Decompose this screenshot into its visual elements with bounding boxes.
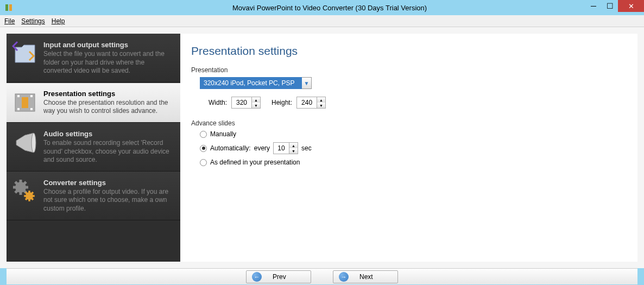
chevron-down-icon[interactable]: ▼ bbox=[302, 77, 312, 89]
next-button[interactable]: → Next bbox=[333, 270, 398, 283]
next-label: Next bbox=[359, 273, 373, 281]
every-label: every bbox=[254, 144, 270, 152]
minimize-button[interactable]: ─ bbox=[585, 0, 602, 12]
height-label: Height: bbox=[272, 99, 292, 106]
folder-icon bbox=[12, 41, 38, 67]
menu-settings[interactable]: Settings bbox=[21, 17, 45, 25]
auto-interval: every ▲ ▼ sec bbox=[254, 142, 312, 154]
sec-label: sec bbox=[301, 144, 312, 152]
content-panel: Presentation settings Presentation 320x2… bbox=[180, 34, 637, 262]
svg-rect-7 bbox=[22, 97, 28, 108]
sidebar-desc: Select the file you want to convert and … bbox=[43, 50, 175, 75]
window-controls: ─ ☐ ✕ bbox=[585, 0, 644, 12]
spinner-buttons: ▲ ▼ bbox=[252, 97, 261, 109]
sidebar-title: Presentation settings bbox=[43, 90, 175, 98]
sidebar-text: Audio settings To enable sound recording… bbox=[43, 130, 175, 164]
preset-value: 320x240 iPod, Pocket PC, PSP bbox=[200, 77, 302, 89]
spinner-buttons: ▲ ▼ bbox=[289, 142, 298, 154]
svg-rect-5 bbox=[30, 95, 33, 97]
width-input[interactable] bbox=[231, 97, 252, 109]
maximize-button[interactable]: ☐ bbox=[602, 0, 618, 12]
sidebar: Input and output settings Select the fil… bbox=[7, 34, 180, 262]
sidebar-item-presentation[interactable]: Presentation settings Choose the present… bbox=[7, 83, 180, 123]
menu-file[interactable]: File bbox=[4, 17, 15, 25]
svg-point-8 bbox=[31, 133, 36, 153]
radio-row-automatically[interactable]: Automatically: every ▲ ▼ sec bbox=[200, 142, 627, 154]
arrow-left-icon: ← bbox=[252, 272, 262, 282]
sidebar-desc: To enable sound recording select 'Record… bbox=[43, 139, 175, 164]
radio-label: Manually bbox=[210, 130, 236, 138]
radio-manually[interactable] bbox=[200, 131, 207, 138]
svg-rect-1 bbox=[9, 4, 12, 11]
window-title: Movavi PowerPoint to Video Converter (30… bbox=[17, 4, 642, 12]
sidebar-title: Converter settings bbox=[43, 179, 175, 187]
advance-radio-group: Manually Automatically: every ▲ ▼ sec bbox=[200, 130, 627, 166]
menu-help[interactable]: Help bbox=[52, 17, 65, 25]
spinner-down-icon[interactable]: ▼ bbox=[252, 103, 260, 108]
spinner-down-icon[interactable]: ▼ bbox=[317, 103, 325, 108]
radio-label: As defined in your presentation bbox=[210, 159, 300, 166]
titlebar: Movavi PowerPoint to Video Converter (30… bbox=[0, 0, 644, 15]
svg-rect-0 bbox=[5, 4, 8, 11]
sidebar-text: Converter settings Choose a profile for … bbox=[43, 179, 175, 213]
seconds-input[interactable] bbox=[273, 142, 289, 154]
menubar: File Settings Help bbox=[0, 15, 644, 27]
svg-rect-6 bbox=[30, 108, 33, 110]
sidebar-item-input-output[interactable]: Input and output settings Select the fil… bbox=[7, 34, 180, 83]
page-title: Presentation settings bbox=[191, 45, 627, 58]
close-button[interactable]: ✕ bbox=[618, 0, 644, 12]
sidebar-text: Presentation settings Choose the present… bbox=[43, 90, 175, 116]
advance-label: Advance slides bbox=[191, 119, 627, 127]
presentation-label: Presentation bbox=[191, 66, 627, 74]
megaphone-icon bbox=[12, 130, 38, 156]
height-spinner[interactable]: ▲ ▼ bbox=[296, 97, 326, 109]
filmstrip-icon bbox=[12, 90, 38, 116]
prev-button[interactable]: ← Prev bbox=[246, 270, 311, 283]
gears-icon bbox=[12, 179, 38, 205]
sidebar-title: Input and output settings bbox=[43, 41, 175, 49]
radio-label: Automatically: bbox=[210, 144, 251, 152]
spinner-down-icon[interactable]: ▼ bbox=[289, 148, 298, 154]
spinner-up-icon[interactable]: ▲ bbox=[289, 143, 298, 148]
radio-defined[interactable] bbox=[200, 159, 207, 166]
footer: ← Prev → Next bbox=[7, 268, 637, 284]
svg-rect-3 bbox=[17, 95, 20, 97]
sidebar-desc: Choose a profile for output video. If yo… bbox=[43, 188, 175, 213]
sidebar-desc: Choose the presentation resolution and t… bbox=[43, 99, 175, 116]
sidebar-title: Audio settings bbox=[43, 130, 175, 138]
prev-label: Prev bbox=[273, 273, 286, 281]
width-label: Width: bbox=[209, 99, 227, 106]
dimensions-row: Width: ▲ ▼ Height: ▲ ▼ bbox=[209, 97, 627, 109]
radio-automatically[interactable] bbox=[200, 145, 207, 152]
svg-rect-4 bbox=[17, 108, 20, 110]
app-icon bbox=[4, 3, 13, 12]
radio-row-defined[interactable]: As defined in your presentation bbox=[200, 159, 627, 166]
height-input[interactable] bbox=[296, 97, 317, 109]
seconds-spinner[interactable]: ▲ ▼ bbox=[273, 142, 298, 154]
spinner-buttons: ▲ ▼ bbox=[317, 97, 326, 109]
sidebar-text: Input and output settings Select the fil… bbox=[43, 41, 175, 75]
width-spinner[interactable]: ▲ ▼ bbox=[231, 97, 261, 109]
spinner-up-icon[interactable]: ▲ bbox=[317, 97, 325, 103]
sidebar-item-converter[interactable]: Converter settings Choose a profile for … bbox=[7, 172, 180, 220]
sidebar-item-audio[interactable]: Audio settings To enable sound recording… bbox=[7, 123, 180, 172]
main-area: Input and output settings Select the fil… bbox=[0, 27, 644, 268]
radio-row-manually[interactable]: Manually bbox=[200, 130, 627, 138]
arrow-right-icon: → bbox=[339, 272, 349, 282]
spinner-up-icon[interactable]: ▲ bbox=[252, 97, 260, 103]
preset-dropdown[interactable]: 320x240 iPod, Pocket PC, PSP ▼ bbox=[200, 77, 627, 89]
